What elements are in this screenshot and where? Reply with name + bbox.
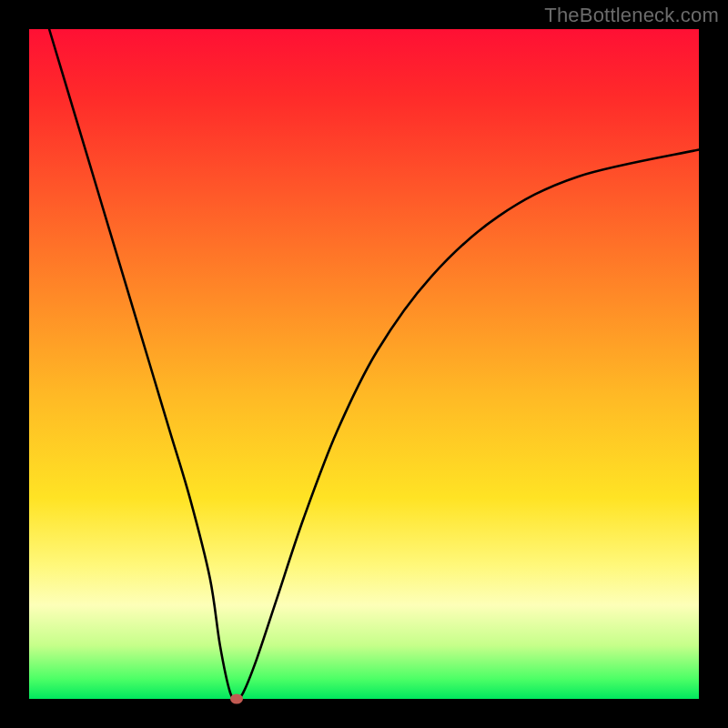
curve-svg: [29, 29, 699, 699]
watermark-text: TheBottleneck.com: [544, 4, 719, 27]
bottleneck-curve-path: [49, 29, 699, 699]
chart-frame: TheBottleneck.com: [0, 0, 728, 728]
minimum-marker: [230, 694, 243, 704]
plot-area: [29, 29, 699, 699]
